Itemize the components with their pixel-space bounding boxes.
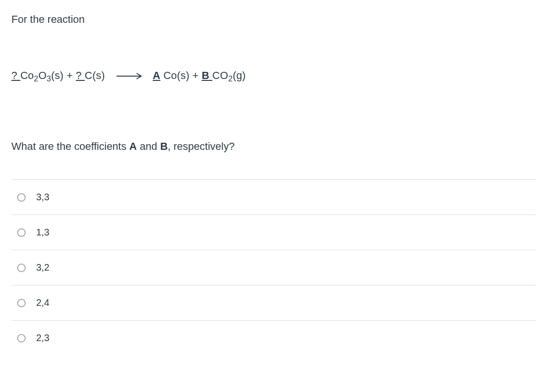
option-5[interactable]: 2,3 [11, 321, 537, 355]
plus-1: + [64, 69, 76, 81]
option-4-radio[interactable] [17, 299, 26, 307]
species-3: Co(s) [160, 69, 189, 81]
question-intro: For the reaction [11, 13, 537, 26]
option-3[interactable]: 3,2 [11, 250, 537, 285]
option-3-label: 3,2 [36, 262, 49, 273]
option-5-radio[interactable] [17, 334, 26, 343]
species-2: C(s) [85, 69, 105, 81]
arrow-icon [117, 70, 143, 82]
coefficient-1: ? [11, 69, 20, 81]
species-1: Co2O3(s) [20, 69, 64, 81]
reaction-equation: ? Co2O3(s) + ? C(s) A Co(s) + B CO2(g) [11, 69, 537, 83]
option-list: 3,3 1,3 3,2 2,4 2,3 [11, 179, 537, 355]
option-2-label: 1,3 [36, 227, 49, 238]
option-2[interactable]: 1,3 [11, 215, 537, 250]
option-3-radio[interactable] [17, 264, 26, 272]
option-1-radio[interactable] [17, 193, 26, 202]
species-4: CO2(g) [212, 69, 245, 81]
coefficient-2: ? [76, 69, 85, 81]
option-2-radio[interactable] [17, 228, 26, 237]
coefficient-a: A [153, 69, 160, 81]
question-prompt: What are the coefficients A and B, respe… [11, 140, 537, 153]
question-container: For the reaction ? Co2O3(s) + ? C(s) A C… [0, 0, 548, 355]
option-5-label: 2,3 [36, 333, 49, 343]
option-4[interactable]: 2,4 [11, 285, 537, 321]
plus-2: + [189, 69, 202, 81]
option-4-label: 2,4 [36, 297, 49, 308]
coefficient-b: B [202, 69, 212, 81]
option-1-label: 3,3 [36, 192, 49, 203]
option-1[interactable]: 3,3 [11, 180, 537, 215]
